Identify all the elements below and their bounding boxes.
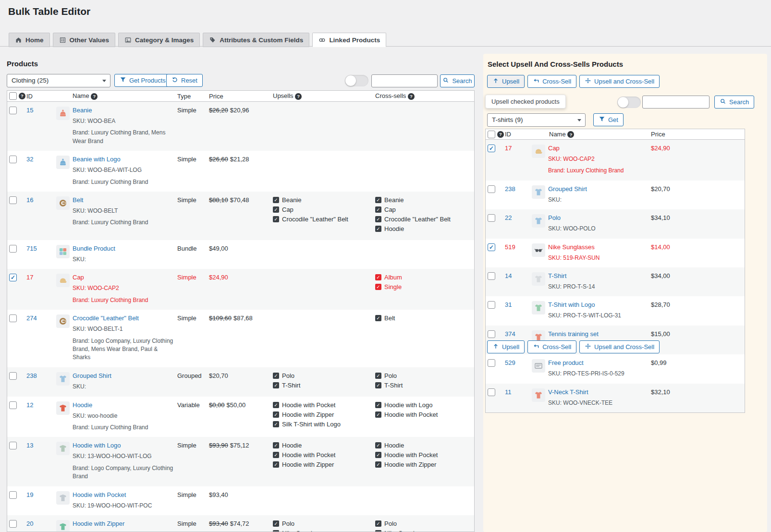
checked-checkbox-icon[interactable]: ✓	[273, 382, 279, 388]
row-checkbox[interactable]	[9, 107, 17, 114]
product-id-link[interactable]: 20	[26, 520, 33, 527]
checked-checkbox-icon[interactable]: ✓	[375, 197, 381, 203]
product-id-link[interactable]: 22	[505, 214, 512, 221]
product-name-link[interactable]: Hoodie with Pocket	[73, 491, 126, 498]
checked-checkbox-icon[interactable]: ✓	[375, 216, 381, 222]
checked-checkbox-icon[interactable]: ✓	[375, 315, 381, 321]
product-id-link[interactable]: 12	[26, 401, 33, 409]
product-id-link[interactable]: 11	[505, 388, 512, 396]
tab-linked-products[interactable]: Linked Products	[312, 33, 386, 47]
row-checkbox[interactable]	[488, 388, 495, 396]
checked-checkbox-icon[interactable]: ✓	[273, 530, 279, 532]
help-icon[interactable]: ?	[567, 131, 574, 138]
upsell-button[interactable]: Upsell	[487, 75, 525, 88]
upsell-and-cross-sell-button[interactable]: Upsell and Cross-Sell	[579, 340, 660, 353]
row-checkbox[interactable]: ✓	[488, 243, 495, 251]
panel-search-input[interactable]	[642, 96, 710, 109]
checked-checkbox-icon[interactable]: ✓	[375, 442, 381, 448]
checked-checkbox-icon[interactable]: ✓	[375, 373, 381, 379]
checked-checkbox-icon[interactable]: ✓	[375, 530, 381, 532]
select-all-checkbox[interactable]	[488, 131, 495, 138]
checked-checkbox-icon[interactable]: ✓	[375, 206, 381, 213]
checked-checkbox-icon[interactable]: ✓	[273, 216, 279, 222]
row-checkbox[interactable]	[9, 245, 17, 253]
row-checkbox[interactable]	[9, 520, 17, 528]
get-products-button[interactable]: Get Products	[114, 74, 171, 87]
checked-checkbox-icon[interactable]: ✓	[375, 411, 381, 418]
row-checkbox[interactable]	[9, 372, 17, 380]
product-id-link[interactable]: 32	[26, 156, 33, 163]
checked-checkbox-icon[interactable]: ✓	[273, 197, 279, 203]
tab-other-values[interactable]: Other Values	[53, 33, 116, 47]
tab-category-images[interactable]: Category & Images	[118, 33, 200, 47]
product-id-link[interactable]: 529	[505, 359, 515, 366]
product-name-link[interactable]: Beanie	[73, 107, 92, 114]
product-name-link[interactable]: V-Neck T-Shirt	[548, 388, 588, 396]
products-search-button[interactable]: Search	[440, 74, 475, 87]
help-icon[interactable]: ?	[19, 93, 25, 99]
row-checkbox[interactable]: ✓	[488, 145, 495, 152]
row-checkbox[interactable]	[9, 401, 17, 409]
product-name-link[interactable]: Bundle Product	[73, 245, 115, 252]
row-checkbox[interactable]: ✓	[9, 274, 17, 281]
product-name-link[interactable]: Nike Sunglasses	[548, 243, 595, 251]
product-name-link[interactable]: Hoodie with Logo	[73, 442, 121, 449]
row-checkbox[interactable]	[9, 314, 17, 322]
reset-button[interactable]: Reset	[166, 74, 203, 87]
product-id-link[interactable]: 17	[26, 274, 33, 281]
product-name-link[interactable]: Polo	[548, 214, 561, 221]
product-id-link[interactable]: 715	[26, 245, 37, 252]
product-name-link[interactable]: Hoodie	[73, 401, 92, 409]
checked-checkbox-icon[interactable]: ✓	[375, 402, 381, 408]
product-name-link[interactable]: T-Shirt	[548, 272, 566, 279]
row-checkbox[interactable]	[9, 196, 17, 204]
row-checkbox[interactable]	[488, 214, 495, 222]
search-mode-toggle[interactable]	[345, 75, 368, 86]
product-name-link[interactable]: Hoodie with Zipper	[73, 520, 124, 527]
product-id-link[interactable]: 238	[26, 372, 37, 379]
product-name-link[interactable]: Cap	[548, 145, 560, 152]
help-icon[interactable]: ?	[408, 93, 415, 100]
checked-checkbox-icon[interactable]: ✓	[273, 520, 279, 527]
product-name-link[interactable]: T-Shirt with Logo	[548, 301, 595, 308]
row-checkbox[interactable]	[488, 359, 495, 367]
product-name-link[interactable]: Tennis training set	[548, 330, 599, 338]
product-id-link[interactable]: 31	[505, 301, 512, 308]
panel-search-button[interactable]: Search	[714, 96, 754, 109]
checked-checkbox-icon[interactable]: ✓	[375, 461, 381, 468]
row-checkbox[interactable]	[488, 301, 495, 309]
row-checkbox[interactable]	[9, 442, 17, 449]
category-select[interactable]: Clothing (25)	[7, 74, 110, 87]
product-id-link[interactable]: 19	[26, 491, 33, 498]
product-id-link[interactable]: 238	[505, 185, 515, 193]
row-checkbox[interactable]	[9, 156, 17, 163]
product-id-link[interactable]: 274	[26, 314, 37, 322]
panel-search-mode-toggle[interactable]	[617, 97, 641, 108]
upsell-button[interactable]: Upsell	[487, 340, 525, 353]
row-checkbox[interactable]	[488, 330, 495, 338]
panel-category-select[interactable]: T-shirts (9)	[487, 113, 586, 127]
checked-checkbox-icon[interactable]: ✓	[273, 206, 279, 213]
checked-checkbox-icon[interactable]: ✓	[375, 226, 381, 232]
product-name-link[interactable]: Crocodile "Leather" Belt	[73, 314, 139, 322]
product-id-link[interactable]: 14	[505, 272, 512, 279]
product-name-link[interactable]: Cap	[73, 274, 84, 281]
product-name-link[interactable]: Grouped Shirt	[548, 185, 587, 193]
select-all-checkbox[interactable]	[9, 92, 17, 100]
help-icon[interactable]: ?	[295, 93, 302, 100]
checked-checkbox-icon[interactable]: ✓	[375, 452, 381, 458]
checked-checkbox-icon[interactable]: ✓	[375, 382, 381, 388]
product-id-link[interactable]: 374	[505, 330, 515, 338]
product-name-link[interactable]: Beanie with Logo	[73, 156, 121, 163]
tab-attributes-custom-fields[interactable]: Attributes & Custom Fields	[203, 33, 309, 47]
checked-checkbox-icon[interactable]: ✓	[273, 373, 279, 379]
checked-checkbox-icon[interactable]: ✓	[375, 520, 381, 527]
product-id-link[interactable]: 16	[26, 196, 33, 204]
checked-checkbox-icon[interactable]: ✓	[273, 461, 279, 468]
checked-checkbox-icon[interactable]: ✓	[273, 411, 279, 418]
upsell-and-cross-sell-button[interactable]: Upsell and Cross-Sell	[579, 75, 660, 88]
tab-home[interactable]: Home	[9, 33, 50, 47]
checked-checkbox-icon[interactable]: ✓	[273, 452, 279, 458]
product-id-link[interactable]: 519	[505, 243, 515, 251]
checked-checkbox-icon[interactable]: ✓	[375, 284, 381, 290]
